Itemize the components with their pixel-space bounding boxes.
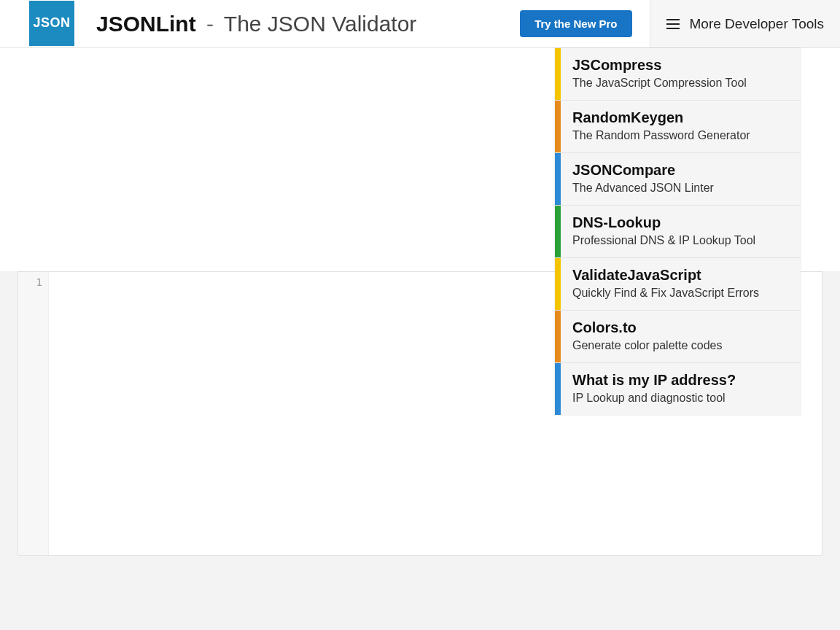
dropdown-body: Colors.toGenerate color palette codes	[561, 311, 734, 362]
dropdown-item-title: What is my IP address?	[572, 372, 736, 389]
dropdown-body: ValidateJavaScriptQuickly Find & Fix Jav…	[561, 258, 771, 310]
title-subtitle: The JSON Validator	[224, 12, 417, 36]
dropdown-item-title: JSCompress	[572, 57, 747, 74]
title-strong: JSONLint	[96, 12, 196, 36]
line-number: 1	[18, 276, 42, 288]
dropdown-stripe	[555, 101, 561, 152]
dropdown-body: RandomKeygenThe Random Password Generato…	[561, 101, 762, 152]
dropdown-item-subtitle: The Random Password Generator	[572, 129, 750, 142]
hamburger-icon	[666, 19, 680, 29]
dropdown-item[interactable]: RandomKeygenThe Random Password Generato…	[555, 101, 801, 153]
dropdown-item-title: RandomKeygen	[572, 109, 750, 126]
dropdown-item[interactable]: JSONCompareThe Advanced JSON Linter	[555, 153, 801, 206]
logo-text: JSON	[33, 15, 70, 31]
header: JSON JSONLint - The JSON Validator Try t…	[0, 0, 840, 48]
dropdown-stripe	[555, 311, 561, 362]
page-title: JSONLint - The JSON Validator	[96, 13, 416, 35]
try-pro-button[interactable]: Try the New Pro	[520, 10, 631, 37]
dropdown-stripe	[555, 153, 561, 205]
dropdown-item[interactable]: DNS-LookupProfessional DNS & IP Lookup T…	[555, 206, 801, 258]
more-tools-toggle[interactable]: More Developer Tools	[650, 0, 840, 47]
dropdown-body: JSCompressThe JavaScript Compression Too…	[561, 48, 758, 100]
header-right: Try the New Pro More Developer Tools	[520, 0, 840, 47]
dropdown-item-title: JSONCompare	[572, 162, 714, 179]
editor-gutter: 1	[18, 272, 49, 555]
dropdown-item-subtitle: IP Lookup and diagnostic tool	[572, 392, 736, 405]
dropdown-item-subtitle: The JavaScript Compression Tool	[572, 77, 747, 90]
dropdown-body: DNS-LookupProfessional DNS & IP Lookup T…	[561, 206, 767, 257]
dropdown-stripe	[555, 363, 561, 415]
dropdown-item[interactable]: Colors.toGenerate color palette codes	[555, 311, 801, 363]
dropdown-stripe	[555, 48, 561, 100]
dropdown-body: JSONCompareThe Advanced JSON Linter	[561, 153, 726, 205]
dropdown-item-subtitle: Professional DNS & IP Lookup Tool	[572, 234, 755, 247]
dropdown-item-title: DNS-Lookup	[572, 214, 755, 231]
more-tools-dropdown: JSCompressThe JavaScript Compression Too…	[555, 48, 801, 415]
dropdown-item-title: ValidateJavaScript	[572, 267, 759, 284]
dropdown-item[interactable]: ValidateJavaScriptQuickly Find & Fix Jav…	[555, 258, 801, 311]
dropdown-stripe	[555, 258, 561, 310]
dropdown-item-title: Colors.to	[572, 319, 722, 336]
more-tools-label: More Developer Tools	[690, 16, 824, 32]
dropdown-item[interactable]: JSCompressThe JavaScript Compression Too…	[555, 48, 801, 101]
dropdown-body: What is my IP address?IP Lookup and diag…	[561, 363, 747, 415]
dropdown-item-subtitle: The Advanced JSON Linter	[572, 182, 714, 195]
dropdown-item-subtitle: Generate color palette codes	[572, 339, 722, 352]
title-separator: -	[206, 12, 214, 36]
dropdown-stripe	[555, 206, 561, 257]
logo[interactable]: JSON	[29, 1, 74, 46]
dropdown-item[interactable]: What is my IP address?IP Lookup and diag…	[555, 363, 801, 415]
dropdown-item-subtitle: Quickly Find & Fix JavaScript Errors	[572, 287, 759, 300]
